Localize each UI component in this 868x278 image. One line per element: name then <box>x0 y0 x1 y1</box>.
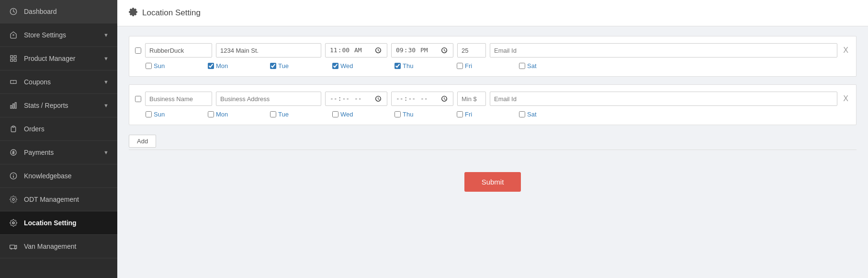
chevron-down-icon: ▼ <box>103 150 109 155</box>
page-header-icon <box>129 8 137 18</box>
sidebar-label-store-settings: Store Settings <box>24 31 66 39</box>
row2-time-start[interactable] <box>325 92 387 106</box>
divider <box>129 150 857 150</box>
row1-email[interactable] <box>490 43 837 58</box>
svg-point-1 <box>13 35 14 36</box>
row1-delete-button[interactable]: X <box>841 46 850 55</box>
page-header: Location Setting <box>117 0 868 26</box>
chevron-down-icon: ▼ <box>103 79 109 85</box>
orders-icon <box>9 124 18 134</box>
row2-days: Sun Mon Tue Wed Thu Fri Sa <box>135 111 850 118</box>
row1-day-tue[interactable]: Tue <box>270 62 332 70</box>
chevron-down-icon: ▼ <box>103 56 109 61</box>
row2-day-sun[interactable]: Sun <box>146 111 208 118</box>
svg-rect-4 <box>11 59 13 61</box>
svg-rect-5 <box>14 59 16 61</box>
sidebar-label-orders: Orders <box>24 125 45 133</box>
sidebar-label-stats-reports: Stats / Reports <box>24 102 68 109</box>
svg-rect-10 <box>12 126 14 127</box>
sidebar-item-store-settings[interactable]: Store Settings ▼ <box>0 23 117 47</box>
svg-rect-9 <box>15 103 16 108</box>
sidebar-label-van-management: Van Management <box>24 243 76 250</box>
sidebar-item-dashboard[interactable]: Dashboard <box>0 0 117 23</box>
chevron-down-icon: ▼ <box>103 103 109 108</box>
row2-day-mon[interactable]: Mon <box>208 111 270 118</box>
sidebar-label-coupons: Coupons <box>24 78 51 86</box>
sidebar-item-location-setting[interactable]: Location Setting <box>0 211 117 235</box>
location-icon <box>9 218 18 228</box>
row2-delete-button[interactable]: X <box>841 94 850 103</box>
row2-business-address[interactable] <box>216 92 321 106</box>
sidebar-label-location-setting: Location Setting <box>24 219 77 227</box>
sidebar-item-product-manager[interactable]: Product Manager ▼ <box>0 47 117 70</box>
row2-checkbox[interactable] <box>135 96 141 102</box>
svg-rect-3 <box>14 56 16 58</box>
sidebar-item-payments[interactable]: Payments ▼ <box>0 141 117 164</box>
knowledge-icon <box>9 171 18 181</box>
row1-days: Sun Mon Tue Wed Thu Fri Sa <box>135 62 850 70</box>
sidebar-item-coupons[interactable]: Coupons ▼ <box>0 70 117 94</box>
add-button[interactable]: Add <box>129 135 156 148</box>
coupons-icon <box>9 77 18 87</box>
sidebar-label-dashboard: Dashboard <box>24 8 57 15</box>
row1-business-address[interactable] <box>216 43 321 58</box>
sidebar-label-payments: Payments <box>24 149 54 156</box>
row1-day-sun[interactable]: Sun <box>146 62 208 70</box>
svg-rect-7 <box>11 105 12 108</box>
sidebar: Dashboard Store Settings ▼ Product Manag… <box>0 0 117 278</box>
row1-time-end[interactable] <box>391 43 453 58</box>
row2-email[interactable] <box>490 92 837 106</box>
submit-section: Submit <box>129 158 857 201</box>
svg-point-13 <box>12 222 14 224</box>
row1-day-sat[interactable]: Sat <box>519 62 581 70</box>
row1-day-thu[interactable]: Thu <box>395 62 457 70</box>
dashboard-icon <box>9 7 18 16</box>
sidebar-item-stats-reports[interactable]: Stats / Reports ▼ <box>0 94 117 117</box>
van-icon <box>9 242 18 251</box>
sidebar-label-odt-management: ODT Management <box>24 196 79 203</box>
sidebar-label-knowledgebase: Knowledgebase <box>24 172 72 180</box>
product-icon <box>9 54 18 63</box>
odt-icon <box>9 195 18 204</box>
row1-day-fri[interactable]: Fri <box>457 62 519 70</box>
row2-day-wed[interactable]: Wed <box>332 111 395 118</box>
payments-icon <box>9 148 18 157</box>
svg-point-12 <box>12 198 14 200</box>
row2-min-value[interactable] <box>457 92 486 106</box>
page-title: Location Setting <box>142 8 201 18</box>
content-area: X Sun Mon Tue Wed Thu <box>117 26 868 278</box>
stats-icon <box>9 101 18 110</box>
row2-day-thu[interactable]: Thu <box>395 111 457 118</box>
row1-min-value[interactable] <box>457 43 486 58</box>
sidebar-item-knowledgebase[interactable]: Knowledgebase <box>0 164 117 188</box>
row1-time-start[interactable] <box>325 43 387 58</box>
sidebar-item-van-management[interactable]: Van Management <box>0 235 117 258</box>
sidebar-label-product-manager: Product Manager <box>24 55 75 62</box>
svg-rect-2 <box>11 56 13 58</box>
row2-business-name[interactable] <box>145 92 212 106</box>
sidebar-item-odt-management[interactable]: ODT Management <box>0 188 117 211</box>
submit-button[interactable]: Submit <box>464 172 521 192</box>
sidebar-item-orders[interactable]: Orders <box>0 117 117 141</box>
row2-time-end[interactable] <box>391 92 453 106</box>
row1-checkbox[interactable] <box>135 47 141 54</box>
row1-day-wed[interactable]: Wed <box>332 62 395 70</box>
row1-business-name[interactable] <box>145 43 212 58</box>
row2-day-fri[interactable]: Fri <box>457 111 519 118</box>
row1-day-mon[interactable]: Mon <box>208 62 270 70</box>
location-row-1: X Sun Mon Tue Wed Thu <box>129 36 857 77</box>
store-icon <box>9 30 18 40</box>
row2-day-sat[interactable]: Sat <box>519 111 581 118</box>
location-row-2: X Sun Mon Tue Wed Thu <box>129 84 857 125</box>
svg-rect-14 <box>10 245 15 248</box>
svg-rect-8 <box>13 104 14 108</box>
row2-day-tue[interactable]: Tue <box>270 111 332 118</box>
chevron-down-icon: ▼ <box>103 32 109 38</box>
main-content: Location Setting X Sun Mon <box>117 0 868 278</box>
